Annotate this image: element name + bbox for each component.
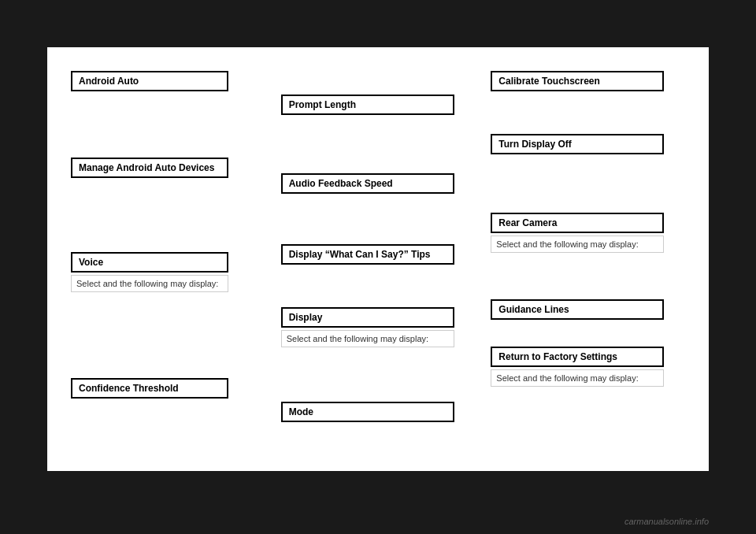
column-3: Calibrate Touchscreen Turn Display Off R… bbox=[483, 71, 693, 447]
calibrate-touchscreen-item: Calibrate Touchscreen bbox=[491, 71, 664, 91]
voice-label[interactable]: Voice bbox=[71, 252, 228, 273]
voice-item: Voice Select and the following may displ… bbox=[71, 252, 273, 292]
confidence-threshold-item: Confidence Threshold bbox=[71, 378, 228, 399]
prompt-length-label[interactable]: Prompt Length bbox=[281, 95, 454, 115]
display-item: Display Select and the following may dis… bbox=[281, 307, 484, 347]
column-2: Prompt Length Audio Feedback Speed Displ… bbox=[273, 71, 484, 447]
android-auto-item: Android Auto bbox=[71, 71, 228, 91]
rear-camera-subtext: Select and the following may display: bbox=[491, 235, 664, 253]
mode-label[interactable]: Mode bbox=[281, 402, 454, 422]
column-1: Android Auto Manage Android Auto Devices… bbox=[63, 71, 273, 447]
turn-display-off-label[interactable]: Turn Display Off bbox=[491, 134, 664, 154]
display-label[interactable]: Display bbox=[281, 307, 454, 328]
confidence-threshold-label[interactable]: Confidence Threshold bbox=[71, 378, 228, 399]
audio-feedback-item: Audio Feedback Speed bbox=[281, 173, 454, 194]
calibrate-touchscreen-label[interactable]: Calibrate Touchscreen bbox=[491, 71, 664, 91]
manage-android-item: Manage Android Auto Devices bbox=[71, 158, 228, 178]
mode-item: Mode bbox=[281, 402, 454, 422]
content-area: Android Auto Manage Android Auto Devices… bbox=[47, 47, 709, 471]
android-auto-label[interactable]: Android Auto bbox=[71, 71, 228, 91]
turn-display-off-item: Turn Display Off bbox=[491, 134, 664, 154]
return-factory-settings-label[interactable]: Return to Factory Settings bbox=[491, 347, 664, 367]
voice-subtext: Select and the following may display: bbox=[71, 275, 228, 292]
watermark: carmanualsonline.info bbox=[624, 517, 709, 526]
display-subtext: Select and the following may display: bbox=[281, 330, 454, 347]
return-factory-settings-subtext: Select and the following may display: bbox=[491, 369, 664, 387]
return-factory-settings-item: Return to Factory Settings Select and th… bbox=[491, 347, 693, 387]
guidance-lines-label[interactable]: Guidance Lines bbox=[491, 299, 664, 320]
guidance-lines-item: Guidance Lines bbox=[491, 299, 664, 320]
display-tips-label[interactable]: Display “What Can I Say?” Tips bbox=[281, 244, 454, 265]
page: Android Auto Manage Android Auto Devices… bbox=[0, 0, 756, 534]
rear-camera-label[interactable]: Rear Camera bbox=[491, 213, 664, 233]
rear-camera-item: Rear Camera Select and the following may… bbox=[491, 213, 693, 253]
prompt-length-item: Prompt Length bbox=[281, 95, 454, 115]
manage-android-label[interactable]: Manage Android Auto Devices bbox=[71, 158, 228, 178]
columns-layout: Android Auto Manage Android Auto Devices… bbox=[63, 71, 693, 447]
display-tips-item: Display “What Can I Say?” Tips bbox=[281, 244, 454, 265]
audio-feedback-label[interactable]: Audio Feedback Speed bbox=[281, 173, 454, 194]
